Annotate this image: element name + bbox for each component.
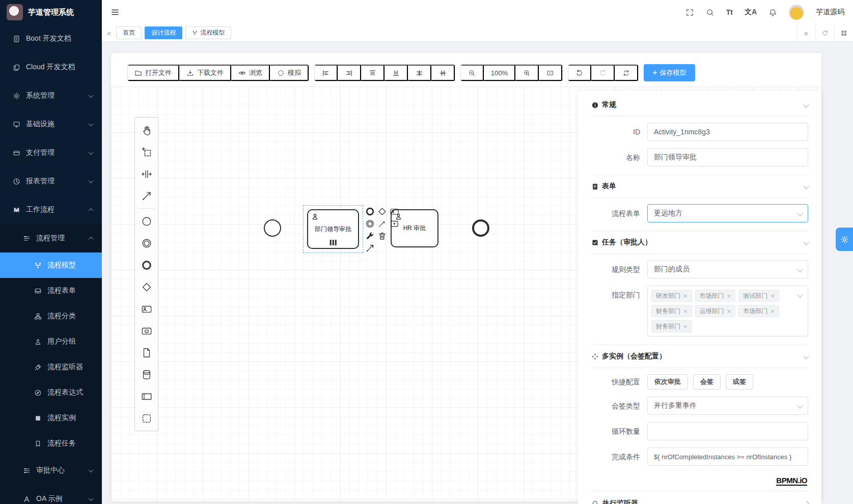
palette-participant[interactable] [135,385,158,407]
tabs-scroll-right-icon[interactable]: » [796,24,815,42]
chevron-down-icon[interactable] [803,239,809,245]
palette-user-task[interactable] [135,298,158,320]
sidebar-item-model[interactable]: 流程模型 [0,253,102,278]
tag-close-icon[interactable]: × [683,293,687,299]
section-general[interactable]: 常规 [591,94,808,116]
zoom-out-button[interactable] [461,65,484,81]
quick-config-button[interactable]: 依次审批 [647,374,688,389]
sidebar-item-form[interactable]: 流程表单 [0,278,102,303]
menu-toggle-icon[interactable] [111,8,120,17]
font-size-icon[interactable]: Tt [726,8,733,16]
section-form[interactable]: 表单 [591,175,808,198]
start-event-node[interactable] [264,219,281,237]
user-avatar[interactable] [789,5,804,20]
sidebar-item-oa[interactable]: OA 示例 [0,485,102,504]
user-task-node-selected[interactable]: 部门领导审批 [307,209,359,249]
id-input[interactable]: Activity_1nmc8g3 [647,123,808,141]
tabs-scroll-left-icon[interactable]: « [107,29,111,37]
tag-close-icon[interactable]: × [771,293,775,299]
tag-close-icon[interactable]: × [771,308,775,315]
ctx-append-gateway-icon[interactable] [376,206,388,217]
sidebar-item-listener[interactable]: 流程监听器 [0,354,102,380]
align-right-button[interactable] [338,65,361,81]
align-bottom-button[interactable] [384,65,408,81]
sidebar-item-category[interactable]: 流程分类 [0,303,102,329]
username[interactable]: 芋道源码 [816,8,844,17]
palette-data-store[interactable] [135,363,158,385]
sidebar-item-workflow[interactable]: 工作流程 [0,195,102,224]
palette-end-event[interactable] [135,254,158,276]
tab-refresh-icon[interactable] [815,24,834,42]
align-left-button[interactable] [315,65,338,81]
name-input[interactable]: 部门领导审批 [647,148,808,166]
language-icon[interactable]: 文A [745,8,757,17]
layout-grid-icon[interactable] [834,24,853,42]
notification-bell-icon[interactable] [768,8,777,17]
sidebar-item-approve[interactable]: 审批中心 [0,456,102,485]
chevron-right-icon[interactable] [803,500,809,504]
zoom-in-button[interactable] [515,65,539,81]
palette-lasso-tool[interactable] [135,141,158,163]
tag-close-icon[interactable]: × [683,323,687,330]
simulate-button[interactable]: 模拟 [270,65,309,81]
palette-group[interactable] [135,407,158,429]
chevron-down-icon[interactable] [803,353,809,359]
save-model-button[interactable]: +保存模型 [644,64,695,81]
completion-condition-input[interactable]: ${ nrOfCompletedInstances >= nrOfInstanc… [647,447,808,466]
sidebar-item-pay[interactable]: 支付管理 [0,138,102,167]
download-file-button[interactable]: 下载文件 [179,65,231,81]
sidebar-item-task[interactable]: 流程任务 [0,431,102,456]
ctx-connect-icon[interactable] [364,242,376,254]
sidebar-item-instance[interactable]: 流程实例 [0,405,102,431]
redo-button[interactable] [591,65,615,81]
chevron-down-icon[interactable] [803,183,809,189]
palette-start-event[interactable] [135,210,158,232]
ctx-append-subprocess-icon[interactable] [389,218,400,230]
palette-data-object[interactable] [135,342,158,363]
process-form-select[interactable]: 更远地方 [647,204,808,222]
section-execution-listener[interactable]: 执行监听器 [591,491,808,504]
align-top-button[interactable] [361,65,384,81]
tag-close-icon[interactable]: × [683,308,687,315]
tab-process-model[interactable]: 流程模型 [185,26,231,39]
sidebar-item-doc[interactable]: Boot 开发文档 [0,24,102,53]
settings-gear-button[interactable] [836,228,853,251]
palette-global-connect-tool[interactable] [135,185,158,207]
assigned-dept-multiselect[interactable]: 研发部门×市场部门×测试部门×财务部门×运维部门×市场部门×财务部门× [647,286,808,337]
palette-space-tool[interactable] [135,163,158,185]
ctx-delete-icon[interactable] [376,230,388,242]
restart-button[interactable] [615,65,638,81]
bpmn-io-watermark[interactable]: BPMN.iO [776,476,807,486]
section-multi-instance[interactable]: 多实例（会签配置） [591,345,808,368]
sidebar-item-expression[interactable]: 流程表达式 [0,380,102,405]
open-file-button[interactable]: 打开文件 [128,65,179,81]
ctx-append-text-annotation-icon[interactable] [376,218,388,230]
sign-type-select[interactable]: 并行多重事件 [647,397,808,415]
palette-task[interactable] [135,320,158,342]
end-event-node[interactable] [472,219,489,237]
tab-design-process[interactable]: 设计流程 [145,26,182,39]
sidebar-item-report[interactable]: 报表管理 [0,167,102,195]
tab-home[interactable]: 首页 [116,26,142,39]
palette-gateway[interactable] [135,276,158,298]
palette-hand-tool[interactable] [135,119,158,141]
quick-config-button[interactable]: 会签 [693,374,721,389]
sidebar-item-manage[interactable]: 流程管理 [0,224,102,253]
rule-type-select[interactable]: 部门的成员 [647,260,808,278]
ctx-change-type-icon[interactable] [364,230,376,242]
align-center-v-button[interactable] [431,65,455,81]
preview-button[interactable]: 浏览 [231,65,270,81]
quick-config-button[interactable]: 或签 [726,374,753,389]
ctx-append-end-event-icon[interactable] [364,206,376,217]
ctx-append-intermediate-event-icon[interactable] [364,218,376,230]
search-icon[interactable] [706,8,714,17]
fullscreen-icon[interactable] [685,8,694,17]
loop-count-input[interactable] [647,422,808,440]
sidebar-item-usergroup[interactable]: 用户分组 [0,329,102,354]
ctx-append-task-icon[interactable] [389,206,400,217]
sidebar-item-gear[interactable]: 系统管理 [0,81,102,110]
reset-view-button[interactable] [539,65,562,81]
sidebar-item-copy[interactable]: Cloud 开发文档 [0,53,102,81]
tag-close-icon[interactable]: × [727,308,731,315]
sidebar-item-monitor[interactable]: 基础设施 [0,110,102,138]
